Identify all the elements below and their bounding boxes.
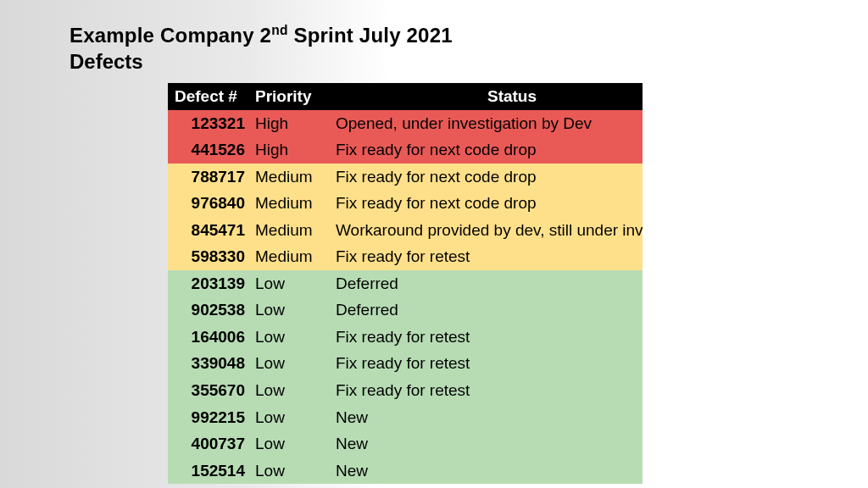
- cell-priority: High: [248, 110, 329, 137]
- title-pre: Example Company 2: [70, 24, 271, 47]
- cell-status: Deferred: [329, 297, 643, 324]
- cell-priority: Medium: [248, 217, 329, 244]
- table-header-row: Defect # Priority Status: [168, 83, 643, 110]
- cell-defect: 152514: [168, 458, 248, 485]
- cell-status: Opened, under investigation by Dev: [329, 110, 643, 137]
- cell-status: Fix ready for next code drop: [329, 136, 643, 164]
- cell-priority: Medium: [248, 190, 329, 217]
- cell-priority: Low: [248, 377, 329, 404]
- defects-table: Defect # Priority Status 123321HighOpene…: [168, 83, 643, 484]
- cell-defect: 441526: [168, 136, 248, 164]
- cell-defect: 788717: [168, 164, 248, 191]
- cell-priority: Low: [248, 404, 329, 431]
- cell-priority: Low: [248, 350, 329, 377]
- cell-defect: 598330: [168, 243, 248, 270]
- cell-defect: 976840: [168, 190, 248, 217]
- table-row: 164006LowFix ready for retest: [168, 324, 643, 351]
- cell-status: Fix ready for next code drop: [329, 164, 643, 191]
- col-header-priority: Priority: [248, 83, 329, 110]
- cell-status: Fix ready for next code drop: [329, 190, 643, 217]
- page-title-line1: Example Company 2nd Sprint July 2021: [70, 24, 453, 48]
- table-row: 788717MediumFix ready for next code drop: [168, 164, 643, 191]
- cell-defect: 400737: [168, 430, 248, 458]
- cell-status: Fix ready for retest: [329, 243, 643, 270]
- slide: Example Company 2nd Sprint July 2021 Def…: [0, 0, 868, 488]
- table-row: 992215LowNew: [168, 404, 643, 431]
- cell-defect: 339048: [168, 350, 248, 377]
- cell-status: Fix ready for retest: [329, 377, 643, 404]
- cell-defect: 845471: [168, 217, 248, 244]
- cell-priority: Medium: [248, 243, 329, 270]
- cell-defect: 355670: [168, 377, 248, 404]
- cell-status: Fix ready for retest: [329, 350, 643, 377]
- col-header-defect: Defect #: [168, 83, 248, 110]
- cell-defect: 123321: [168, 110, 248, 137]
- title-sup: nd: [271, 23, 287, 37]
- table-row: 902538LowDeferred: [168, 297, 643, 324]
- table-row: 152514LowNew: [168, 458, 643, 485]
- table-row: 339048LowFix ready for retest: [168, 350, 643, 377]
- cell-priority: Low: [248, 430, 329, 458]
- cell-status: Workaround provided by dev, still under …: [329, 217, 643, 244]
- page-title-line2: Defects: [70, 50, 453, 75]
- col-header-status: Status: [329, 83, 643, 110]
- cell-defect: 902538: [168, 297, 248, 324]
- table-row: 845471MediumWorkaround provided by dev, …: [168, 217, 643, 244]
- cell-priority: Medium: [248, 164, 329, 191]
- cell-status: Fix ready for retest: [329, 324, 643, 351]
- cell-status: New: [329, 404, 643, 431]
- table-row: 441526HighFix ready for next code drop: [168, 136, 643, 164]
- title-block: Example Company 2nd Sprint July 2021 Def…: [70, 24, 453, 75]
- cell-defect: 203139: [168, 270, 248, 297]
- table-row: 355670LowFix ready for retest: [168, 377, 643, 404]
- table-row: 598330MediumFix ready for retest: [168, 243, 643, 270]
- cell-defect: 164006: [168, 324, 248, 351]
- cell-status: Deferred: [329, 270, 643, 297]
- table-row: 203139LowDeferred: [168, 270, 643, 297]
- cell-priority: Low: [248, 270, 329, 297]
- cell-status: New: [329, 430, 643, 458]
- table-row: 400737LowNew: [168, 430, 643, 458]
- title-post: Sprint July 2021: [288, 24, 453, 47]
- defects-table-wrap: Defect # Priority Status 123321HighOpene…: [168, 83, 643, 484]
- cell-priority: High: [248, 136, 329, 164]
- cell-status: New: [329, 458, 643, 485]
- cell-priority: Low: [248, 297, 329, 324]
- cell-priority: Low: [248, 324, 329, 351]
- table-row: 123321HighOpened, under investigation by…: [168, 110, 643, 137]
- cell-defect: 992215: [168, 404, 248, 431]
- cell-priority: Low: [248, 458, 329, 485]
- table-row: 976840MediumFix ready for next code drop: [168, 190, 643, 217]
- table-body: 123321HighOpened, under investigation by…: [168, 110, 643, 485]
